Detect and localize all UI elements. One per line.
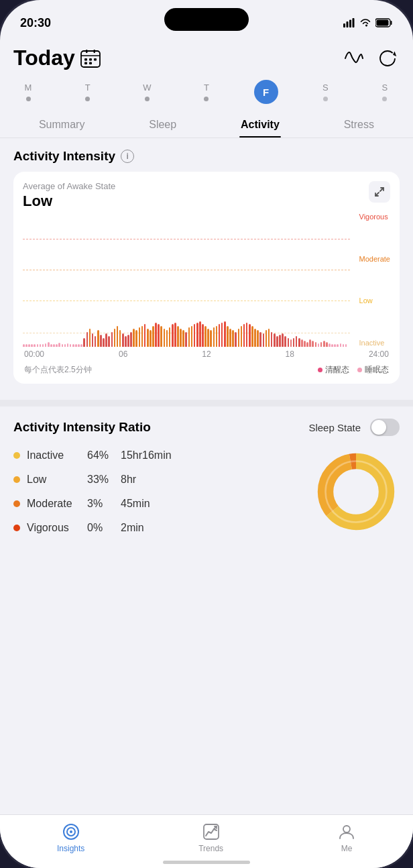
chart-subtitle: Average of Awake State	[23, 181, 115, 191]
bar	[306, 342, 308, 347]
chart-value: Low	[23, 193, 115, 210]
tab-summary[interactable]: Summary	[32, 115, 91, 138]
bar	[315, 342, 317, 347]
week-row: M T W T F S S	[0, 77, 413, 112]
bar	[62, 344, 64, 347]
sleep-state-toggle-wrap: Sleep State	[308, 419, 400, 436]
bar	[31, 344, 33, 347]
bar	[257, 330, 259, 347]
legend-awake: 清醒态	[318, 364, 349, 376]
ratio-pct-vigorous: 0%	[87, 522, 114, 534]
insights-icon	[62, 822, 80, 841]
tab-stress[interactable]: Stress	[337, 115, 381, 138]
nav-me[interactable]: Me	[337, 822, 356, 853]
bar	[196, 323, 198, 347]
day-dot-wed	[145, 97, 150, 101]
bar	[343, 344, 345, 347]
chart-header: Average of Awake State Low	[23, 181, 390, 210]
calendar-icon	[80, 49, 101, 68]
activity-intensity-section: Activity Intensity i Average of Awake St…	[0, 138, 413, 400]
legend-label-sleep: 睡眠态	[365, 364, 389, 376]
status-icons	[343, 18, 393, 28]
bar	[202, 324, 204, 347]
tab-activity[interactable]: Activity	[234, 115, 286, 138]
svg-point-15	[380, 51, 395, 66]
day-friday[interactable]: F	[251, 80, 281, 104]
me-icon	[337, 822, 356, 841]
bar	[293, 338, 295, 347]
day-label-wed: W	[143, 83, 151, 93]
day-thursday[interactable]: T	[192, 83, 221, 101]
bar	[72, 344, 74, 347]
bar	[117, 326, 119, 347]
donut-chart	[312, 448, 400, 535]
day-monday[interactable]: M	[13, 83, 43, 101]
bar	[80, 344, 82, 347]
label-moderate: Moderate	[359, 255, 390, 263]
refresh-icon-btn[interactable]	[375, 46, 400, 70]
bar	[320, 342, 322, 347]
ratio-pct-moderate: 3%	[87, 498, 114, 510]
bar	[334, 344, 336, 347]
bar	[251, 326, 253, 347]
bar	[263, 333, 265, 347]
phone-frame: 20:30 Today	[0, 0, 413, 868]
x-label-1: 06	[119, 349, 127, 359]
ratio-dot-low	[13, 476, 20, 483]
bar	[58, 343, 60, 347]
x-label-3: 18	[286, 349, 294, 359]
chart-note: 每个点代表2.5分钟	[24, 364, 92, 376]
tab-row: Summary Sleep Activity Stress	[0, 112, 413, 138]
bar	[108, 336, 110, 347]
bar	[213, 327, 215, 347]
bar	[75, 344, 77, 347]
bar	[119, 330, 121, 347]
activity-chart-card: Average of Awake State Low	[13, 172, 400, 384]
tab-sleep[interactable]: Sleep	[142, 115, 183, 138]
sleep-state-label: Sleep State	[308, 422, 361, 433]
ratio-time-moderate: 45min	[121, 498, 150, 510]
home-indicator	[163, 861, 250, 864]
bar	[232, 330, 234, 347]
bar	[227, 326, 229, 347]
expand-button[interactable]	[369, 181, 390, 203]
svg-rect-8	[93, 50, 95, 53]
section-title-activity: Activity Intensity i	[13, 149, 400, 164]
battery-icon	[375, 18, 393, 28]
day-saturday[interactable]: S	[310, 83, 340, 101]
bar	[254, 329, 256, 347]
bar	[216, 326, 218, 347]
bar	[241, 326, 243, 347]
bar	[150, 330, 152, 347]
day-wednesday[interactable]: W	[132, 83, 162, 101]
sleep-state-toggle[interactable]	[370, 419, 400, 436]
ratio-list: Inactive 64% 15hr16min Low 33% 8hr Moder…	[13, 449, 299, 534]
bar	[130, 332, 132, 347]
bar	[172, 324, 174, 347]
bar	[164, 329, 166, 347]
bar	[337, 344, 339, 347]
day-tuesday[interactable]: T	[73, 83, 103, 101]
nav-trends[interactable]: Trends	[198, 822, 223, 853]
bar	[326, 342, 328, 347]
bar	[100, 335, 102, 347]
bar	[105, 333, 107, 347]
chart-labels-right: Vigorous Moderate Low Inactive	[359, 213, 390, 347]
bar	[304, 341, 306, 347]
wave-icon-btn[interactable]	[342, 46, 366, 70]
wifi-icon	[359, 18, 371, 28]
bar	[323, 341, 325, 347]
bar	[89, 329, 91, 347]
day-sunday[interactable]: S	[370, 83, 400, 101]
day-dot-mon	[26, 97, 31, 101]
bar	[301, 339, 303, 347]
bar	[103, 338, 105, 347]
day-label-sat: S	[322, 83, 329, 93]
legend-dot-sleep	[357, 368, 362, 372]
bar	[174, 323, 176, 347]
info-icon[interactable]: i	[121, 150, 134, 163]
ratio-time-vigorous: 2min	[121, 522, 144, 534]
nav-insights[interactable]: Insights	[57, 822, 84, 853]
day-dot-sun	[382, 97, 387, 101]
bar	[34, 344, 36, 347]
